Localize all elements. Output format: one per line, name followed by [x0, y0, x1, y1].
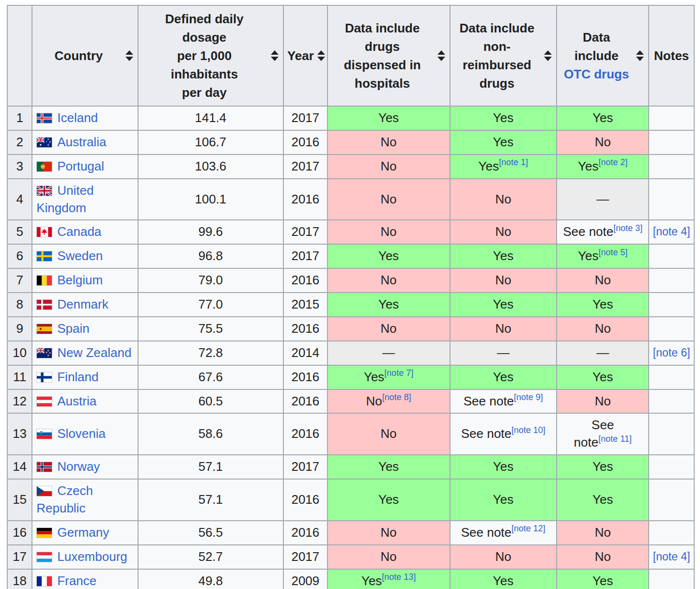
country-link[interactable]: Portugal — [57, 159, 104, 173]
non_reimbursed-cell: Yes — [450, 130, 557, 155]
year-cell: 2016 — [283, 268, 327, 293]
czech-republic-flag-icon — [36, 486, 52, 496]
spain-flag-icon — [36, 324, 52, 334]
slovenia-flag-icon — [36, 429, 52, 439]
country-link[interactable]: Austria — [57, 394, 96, 408]
country-cell: Australia — [32, 130, 138, 155]
country-cell: Canada — [32, 220, 138, 244]
non_reimbursed-cell: Yes — [450, 293, 557, 317]
non_reimbursed-cell: See note[note 10] — [450, 413, 557, 455]
note-link[interactable]: [note 8] — [382, 392, 411, 402]
rank-cell: 7 — [7, 268, 32, 293]
year-cell: 2009 — [283, 569, 327, 589]
country-cell: France — [32, 569, 138, 589]
non_reimbursed-cell: Yes — [450, 455, 557, 479]
rank-cell: 8 — [7, 293, 32, 317]
dosage-cell: 60.5 — [138, 389, 283, 414]
notes-cell — [649, 569, 694, 589]
column-header-label: Data include non- reimbursed drugs — [460, 21, 535, 91]
country-cell: Norway — [32, 455, 138, 479]
hospitals-cell: No — [327, 130, 450, 155]
country-link[interactable]: Australia — [57, 135, 106, 149]
country-link[interactable]: New Zealand — [57, 345, 131, 360]
country-link[interactable]: Belgium — [57, 273, 103, 287]
note-link[interactable]: [note 4] — [653, 225, 690, 238]
country-link[interactable]: Denmark — [57, 297, 108, 311]
note-link[interactable]: [note 10] — [512, 425, 545, 435]
sort-icon — [317, 50, 325, 61]
portugal-flag-icon — [36, 161, 52, 172]
column-header-label: Data include drugs dispensed in hospital… — [344, 21, 421, 91]
notes-cell — [649, 179, 694, 220]
dosage-cell: 75.5 — [138, 317, 283, 341]
column-header-year[interactable]: Year — [283, 5, 327, 106]
note-link[interactable]: [note 12] — [512, 524, 545, 533]
country-link[interactable]: Iceland — [57, 110, 98, 125]
note-link[interactable]: [note 13] — [382, 572, 416, 582]
notes-cell — [649, 479, 694, 521]
otc-cell: Yes[note 5] — [557, 244, 649, 268]
denmark-flag-icon — [36, 299, 52, 310]
table-row-7: 7Belgium79.02016NoNoNo — [7, 268, 694, 293]
column-header-non_reimbursed[interactable]: Data include non- reimbursed drugs — [450, 5, 557, 106]
column-header-hospitals[interactable]: Data include drugs dispensed in hospital… — [327, 5, 450, 106]
note-ref: [note 13] — [382, 572, 416, 582]
column-header-dosage[interactable]: Defined daily dosage per 1,000 inhabitan… — [138, 5, 283, 106]
country-cell: Finland — [32, 365, 138, 389]
otc-drugs-link[interactable]: OTC drugs — [564, 67, 629, 81]
note-ref: [note 12] — [512, 524, 545, 533]
rank-cell: 10 — [7, 341, 32, 365]
column-header-country[interactable]: Country — [32, 5, 138, 106]
rank-cell: 6 — [7, 244, 32, 268]
table-row-10: 10New Zealand72.82014———[note 6] — [7, 341, 694, 365]
non_reimbursed-cell: See note[note 9] — [450, 389, 557, 414]
note-link[interactable]: [note 3] — [613, 223, 642, 233]
dosage-cell: 57.1 — [138, 455, 283, 479]
year-cell: 2016 — [283, 179, 327, 220]
note-link[interactable]: [note 1] — [499, 157, 528, 167]
country-link[interactable]: Slovenia — [57, 426, 106, 441]
note-link[interactable]: [note 6] — [653, 346, 690, 359]
germany-flag-icon — [36, 527, 52, 538]
norway-flag-icon — [36, 462, 52, 472]
note-link[interactable]: [note 2] — [598, 157, 627, 167]
notes-cell — [649, 389, 694, 414]
country-cell: Sweden — [32, 244, 138, 268]
country-link[interactable]: Canada — [57, 224, 101, 239]
column-header-label: Data include — [575, 30, 619, 63]
otc-cell: Yes — [557, 569, 649, 589]
non_reimbursed-cell: No — [450, 268, 557, 293]
sort-icon — [544, 50, 552, 61]
note-link[interactable]: [note 11] — [598, 434, 632, 444]
country-link[interactable]: Sweden — [57, 248, 103, 263]
country-link[interactable]: Luxembourg — [57, 549, 127, 564]
country-link[interactable]: Germany — [57, 525, 109, 540]
note-ref: [note 10] — [512, 425, 545, 435]
note-ref: [note 11] — [598, 434, 632, 444]
table-row-1: 1Iceland141.42017YesYesYes — [7, 106, 694, 130]
country-cell: Denmark — [32, 293, 138, 317]
table-body: 1Iceland141.42017YesYesYes2Australia106.… — [7, 106, 694, 589]
dosage-cell: 72.8 — [138, 341, 283, 365]
dosage-cell: 67.6 — [138, 365, 283, 389]
country-cell: Slovenia — [32, 413, 138, 455]
otc-cell: Yes — [557, 293, 649, 317]
note-link[interactable]: [note 7] — [384, 368, 413, 378]
country-link[interactable]: Spain — [57, 321, 90, 336]
note-ref: [note 7] — [384, 368, 413, 378]
note-link[interactable]: [note 5] — [598, 248, 627, 257]
note-link[interactable]: [note 4] — [653, 550, 690, 563]
hospitals-cell: No — [327, 545, 450, 569]
column-header-otc[interactable]: Data include OTC drugs — [557, 5, 649, 106]
country-link[interactable]: Norway — [57, 459, 100, 474]
otc-cell: Yes — [557, 365, 649, 389]
non_reimbursed-cell: Yes — [450, 244, 557, 268]
hospitals-cell: No — [327, 317, 450, 341]
hospitals-cell: No[note 8] — [327, 389, 450, 414]
otc-cell: Yes — [557, 455, 649, 479]
country-link[interactable]: France — [57, 574, 96, 588]
note-ref: [note 2] — [598, 157, 627, 167]
country-link[interactable]: Finland — [57, 370, 98, 384]
note-link[interactable]: [note 9] — [514, 392, 543, 402]
year-cell: 2016 — [283, 317, 327, 341]
